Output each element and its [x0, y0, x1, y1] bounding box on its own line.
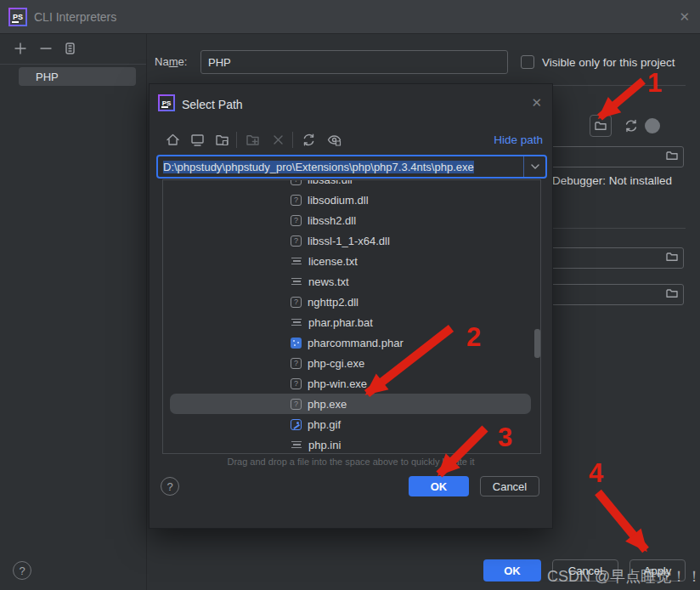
step-number-4: 4 [589, 458, 603, 489]
file-row[interactable]: pharcommand.phar [163, 332, 540, 353]
file-row[interactable]: ? nghttp2.dll [163, 292, 540, 312]
file-name: pharcommand.phar [308, 337, 404, 349]
file-name: news.txt [308, 275, 349, 288]
form-separator-middle [553, 228, 686, 229]
interpreter-list-toolbar [0, 34, 146, 64]
unknown-file-icon: ? [291, 358, 302, 369]
file-row[interactable]: ? libssl-1_1-x64.dll [163, 230, 540, 251]
file-name: php-win.exe [308, 377, 367, 390]
sidebar-divider [146, 34, 147, 590]
arrow-step-4 [598, 492, 646, 550]
debugger-status: Debugger: Not installed [552, 174, 672, 187]
dialog-close-icon[interactable]: ✕ [531, 95, 542, 111]
file-chooser-toolbar: Hide path [150, 130, 554, 150]
file-name: phar.phar.bat [308, 316, 373, 329]
folder-icon[interactable] [666, 252, 678, 262]
file-name: libssl-1_1-x64.dll [308, 235, 390, 247]
dialog-cancel-button[interactable]: Cancel [480, 476, 539, 496]
folder-icon[interactable] [666, 150, 678, 161]
unknown-file-icon: ? [291, 215, 302, 226]
folder-icon[interactable] [666, 288, 678, 298]
dialog-ok-button[interactable]: OK [409, 476, 469, 496]
text-file-icon [291, 275, 302, 287]
form-separator-top [553, 85, 686, 86]
name-label: Name: [155, 55, 187, 68]
home-directory-icon[interactable] [165, 132, 181, 148]
window-titlebar: PS CLI Interpreters ✕ [0, 0, 700, 34]
archive-file-icon [291, 338, 302, 349]
chevron-down-icon [530, 163, 540, 170]
path-value: D:\phpstudy\phpstudy_pro\Extensions\php\… [163, 161, 474, 173]
visible-only-checkbox[interactable] [521, 55, 534, 69]
show-hidden-files-icon[interactable] [326, 132, 342, 148]
file-name: libsasl.dll [308, 179, 353, 186]
hide-path-link[interactable]: Hide path [494, 133, 543, 146]
file-row[interactable]: ? libsasl.dll [163, 179, 540, 190]
path-input[interactable]: D:\phpstudy\phpstudy_pro\Extensions\php\… [158, 161, 523, 173]
file-tree-scrollbar[interactable] [534, 329, 540, 358]
config-file-field[interactable] [548, 146, 684, 167]
file-name: php.exe [308, 398, 347, 411]
interpreter-name-input[interactable] [200, 50, 508, 74]
help-button[interactable]: ? [13, 561, 31, 580]
dialog-title: Select Path [182, 98, 243, 111]
ok-button[interactable]: OK [483, 559, 541, 581]
drag-drop-hint: Drag and drop a file into the space abov… [150, 457, 552, 467]
project-directory-icon[interactable] [214, 132, 230, 148]
cli-interpreters-window: PS CLI Interpreters ✕ PHP Name: Visible … [0, 0, 700, 590]
phpstorm-logo-icon: PS [158, 94, 175, 111]
toolbar-separator [236, 132, 237, 148]
file-row[interactable]: license.txt [163, 251, 540, 271]
file-row[interactable]: news.txt [163, 271, 540, 292]
remove-interpreter-icon[interactable] [38, 41, 54, 56]
text-file-icon [291, 439, 302, 451]
dialog-help-button[interactable]: ? [161, 477, 179, 496]
config-options-field[interactable] [548, 284, 684, 305]
image-file-icon [291, 419, 302, 430]
cancel-button[interactable]: Cancel [552, 559, 618, 581]
sidebar-item-php[interactable]: PHP [19, 67, 136, 86]
visible-only-label: Visible only for this project [542, 56, 675, 69]
step-number-1: 1 [647, 68, 662, 99]
new-folder-icon[interactable] [245, 132, 261, 148]
file-name: php.gif [308, 418, 341, 431]
file-tree[interactable]: ? libsasl.dll ? libsodium.dll ? libssh2.… [162, 179, 541, 454]
debugger-extension-field[interactable] [548, 247, 684, 269]
text-file-icon [291, 316, 302, 328]
path-dropdown-button[interactable] [523, 156, 545, 177]
file-name: libsodium.dll [308, 194, 369, 207]
file-row[interactable]: phar.phar.bat [163, 312, 540, 332]
copy-interpreter-icon[interactable] [62, 41, 77, 56]
interpreter-name: PHP [36, 71, 59, 83]
arrow-step-1 [600, 81, 643, 117]
reload-phpinfo-icon[interactable] [623, 117, 640, 134]
desktop-directory-icon[interactable] [189, 132, 206, 148]
file-row[interactable]: ? php-cgi.exe [163, 353, 540, 373]
folder-icon [595, 121, 607, 131]
file-row[interactable]: php.gif [163, 414, 540, 434]
add-interpreter-icon[interactable] [13, 41, 28, 56]
file-row[interactable]: php.ini [163, 434, 540, 454]
unknown-file-icon: ? [291, 297, 302, 308]
file-row[interactable]: ? libsodium.dll [163, 190, 540, 210]
file-row[interactable]: ? php-win.exe [163, 373, 540, 394]
status-indicator-icon [645, 118, 660, 133]
path-combobox[interactable]: D:\phpstudy\phpstudy_pro\Extensions\php\… [156, 155, 547, 179]
file-name: libssh2.dll [308, 214, 356, 227]
unknown-file-icon: ? [291, 399, 302, 410]
select-path-dialog: PS Select Path ✕ Hide path D:\phpstudy\p… [149, 83, 553, 529]
browse-executable-button[interactable] [590, 115, 612, 137]
unknown-file-icon: ? [291, 179, 302, 185]
unknown-file-icon: ? [291, 235, 302, 247]
unknown-file-icon: ? [291, 378, 302, 389]
window-close-icon[interactable]: ✕ [679, 9, 690, 25]
refresh-icon[interactable] [301, 132, 317, 148]
delete-icon[interactable] [270, 132, 286, 148]
file-row[interactable]: ? php.exe [163, 394, 540, 414]
file-name: php.ini [308, 439, 341, 451]
file-row[interactable]: ? libssh2.dll [163, 210, 540, 230]
window-title: CLI Interpreters [34, 10, 116, 24]
apply-button[interactable]: Apply [629, 559, 686, 581]
file-name: nghttp2.dll [308, 296, 358, 309]
file-name: php-cgi.exe [308, 357, 364, 370]
